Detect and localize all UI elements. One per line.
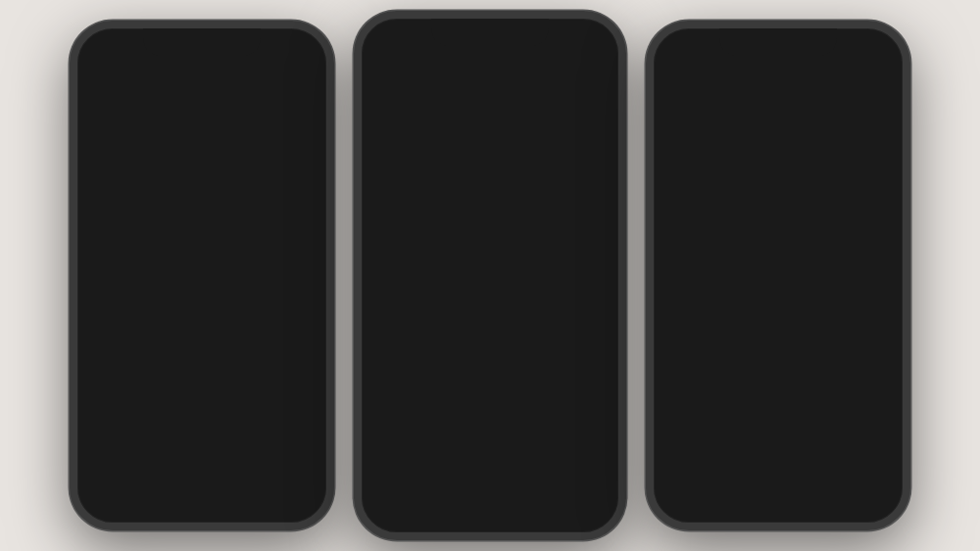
figure-1 [438,248,469,312]
playing-next-title: Playing Next [667,260,889,274]
next-track-artist: Marlana [712,313,775,324]
fastforward-button-2[interactable]: ⏭ [532,415,556,438]
signal-icon-1: ▲ [260,42,270,54]
nav-queue-2[interactable]: ≡ [576,482,587,503]
nav-queue-1[interactable]: ≡ [285,443,296,464]
nav-lyrics-1[interactable]: 💬 [108,442,129,464]
phone-screen-3: 11:06 ▲ WiFi ▮ 🎵 Gasoline (feat. Taylor … [654,28,903,523]
track-artist-1: HAIM [142,89,290,101]
bottom-nav-2: 💬 ⬡ HomePod de José ≡ [362,471,618,519]
battery-icon-2: ▮ [593,32,599,45]
phone-queue: 11:06 ▲ WiFi ▮ 🎵 Gasoline (feat. Taylor … [646,21,910,530]
figure-2 [474,243,506,312]
track-title-1: Gasoline (feat. Taylor S [142,75,290,89]
next-track-thumb [667,293,703,328]
fastforward-button-1[interactable]: ⏭ [244,376,268,399]
more-button-3[interactable]: ··· [876,79,889,97]
volume-section-2: 🔈 🔊 [362,449,618,471]
lyrics-icon-3: 💬 [684,434,706,456]
nav-lyrics-2[interactable]: 💬 [394,481,416,503]
lossless-badge-3: Lossless [755,346,798,357]
status-icons-1: ▲ WiFi ▮ [260,42,307,55]
rewind-button-2[interactable]: ⏮ [424,415,448,438]
store-sign: HODNER'S MUSIC [387,70,455,80]
nav-label-1: HomePod de José [172,460,244,470]
pause-button-3[interactable]: ⏸ [763,365,793,394]
phone-screen-2: 11:06 ▲ WiFi ▮ HODNER'S MUSIC 66 [362,19,618,532]
lossless-badge-1: Lossless [178,354,221,365]
transport-1: ⏮ ⏸ ⏭ [77,367,326,410]
time-total-2: -3:13 [582,393,603,404]
phone-screen-1: 11:06 ▲ WiFi ▮ 🎵 Gasoline (feat. Taylor … [77,28,326,523]
status-icons-2: ▲ WiFi ▮ [552,32,599,45]
status-time-1: 11:06 [97,41,129,56]
vol-high-icon-2: 🔊 [588,451,603,465]
progress-bar-3[interactable] [669,338,887,342]
album-thumb-1: 🎵 [91,68,132,109]
album-thumb-3: 🎵 [667,68,709,109]
wifi-icon-3: WiFi [851,42,873,54]
airplay-icon-1: ⬡ [200,436,216,458]
lyrics-icon-1: 💬 [108,442,129,464]
progress-section-1: 0:00 Lossless -3:13 [77,340,326,367]
wifi-icon-1: WiFi [274,42,297,54]
transport-3: ⏮ ⏸ ⏭ [654,359,903,402]
vol-bar-3[interactable] [690,409,866,413]
queue-icon-1: ≡ [285,443,296,464]
vol-high-icon-1: 🔊 [296,412,311,426]
next-track-info: I Can't Wait Marlana [712,299,775,324]
track-name-large: Gasoline (feat. Taylor Swift) HAIM ··· [362,320,618,379]
pause-button-1[interactable]: ⏸ [187,373,217,402]
rewind-button-1[interactable]: ⏮ [136,376,160,399]
status-time-2: 11:06 [381,31,414,46]
phone-album-art: 11:06 ▲ WiFi ▮ HODNER'S MUSIC 66 [354,11,626,540]
time-total-1: -3:13 [290,354,311,365]
time-current-1: 0:00 [93,354,111,365]
vol-knob-1 [206,414,216,424]
nav-airplay-3[interactable]: ⬡ HomePod de José [748,428,820,462]
album-thumb-img-1: 🎵 [91,68,132,109]
progress-times-1: 0:00 Lossless -3:13 [93,354,311,365]
nav-airplay-2[interactable]: ⬡ HomePod de José [460,476,532,509]
vol-bar-1[interactable] [114,417,290,421]
track-name-info: Gasoline (feat. Taylor Swift) HAIM [381,327,586,377]
vol-knob-2 [494,453,504,463]
queue-icon-3: ≡ [861,435,872,456]
progress-bar-2[interactable] [377,385,603,389]
track-artist-3: HAIM [718,89,866,101]
status-icons-3: ▲ WiFi ▮ [836,42,883,55]
album-art-image: HODNER'S MUSIC 66 EXPLICIT [377,62,603,312]
pause-button-2[interactable]: ⏸ [475,412,505,441]
progress-times-3: 0:00 Lossless -3:13 [669,346,887,357]
nav-queue-3[interactable]: ≡ [861,435,872,456]
rewind-button-3[interactable]: ⏮ [712,368,736,391]
status-time-3: 11:06 [673,41,706,56]
fastforward-button-3[interactable]: ⏭ [820,368,844,391]
nav-airplay-1[interactable]: ⬡ HomePod de José [172,436,244,470]
status-bar-3: 11:06 ▲ WiFi ▮ [654,28,903,64]
progress-knob-1 [92,343,102,353]
next-track-title: I Can't Wait [712,299,775,313]
track-title-large: Gasoline (feat. Taylor Swift) [381,327,586,363]
progress-bar-1[interactable] [93,346,311,350]
vol-bar-2[interactable] [398,456,582,460]
vol-fill-3 [690,409,787,413]
track-info-3: Gasoline (feat. Taylor Sv HAIM [718,75,866,101]
time-current-3: 0:00 [669,346,687,357]
wifi-icon-2: WiFi [566,32,589,44]
signal-icon-2: ▲ [552,32,563,44]
bottom-nav-1: 💬 ⬡ HomePod de José ≡ [77,431,326,479]
phones-container: 11:06 ▲ WiFi ▮ 🎵 Gasoline (feat. Taylor … [0,0,980,551]
lyric-line-1: You took me back but you shouldn't have [97,125,307,175]
vol-low-icon-2: 🔈 [377,451,392,465]
next-track-item: I Can't Wait Marlana [667,293,889,328]
lyric-line-3: I took a drag but I shouldn't have [97,262,307,313]
transport-2: ⏮ ⏸ ⏭ [362,406,618,449]
battery-icon-1: ▮ [301,42,307,55]
time-current-2: 0:00 [377,393,395,404]
more-button-1[interactable]: ··· [300,79,313,97]
more-button-2[interactable]: ··· [586,344,599,362]
nav-lyrics-3[interactable]: 💬 [684,434,706,456]
figure-3 [511,253,542,312]
volume-section-3: 🔈 🔊 [654,402,903,424]
